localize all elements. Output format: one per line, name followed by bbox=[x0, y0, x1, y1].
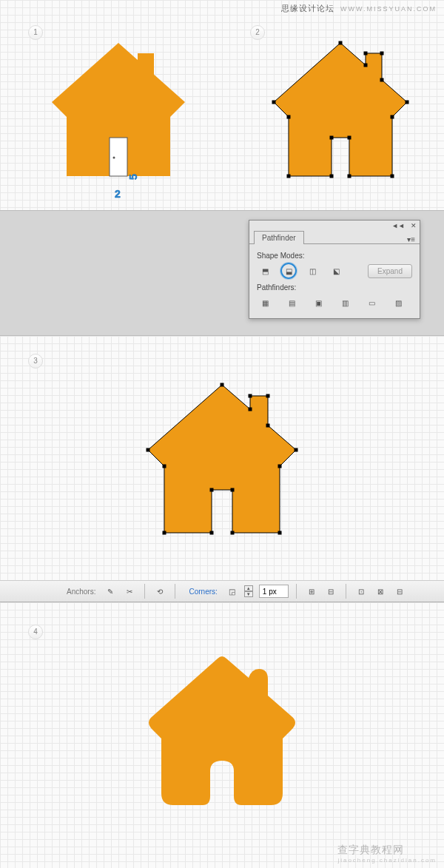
watermark-main: 思缘设计论坛 bbox=[281, 4, 334, 13]
corner-radius-input[interactable] bbox=[259, 585, 289, 598]
svg-rect-1 bbox=[110, 138, 127, 176]
watermark-top: 思缘设计论坛 WWW.MISSYUAN.COM bbox=[281, 3, 437, 14]
pf-trim-icon[interactable]: ▤ bbox=[283, 295, 300, 311]
house-shape-1 bbox=[44, 36, 192, 184]
grid-section-top: 思缘设计论坛 WWW.MISSYUAN.COM 1 2 5 2 bbox=[0, 0, 444, 210]
dim-door-height: 5 bbox=[127, 174, 139, 180]
panel-menu-icon[interactable]: ▾≡ bbox=[407, 235, 415, 243]
step-badge-2: 2 bbox=[250, 25, 265, 40]
watermark-sub: WWW.MISSYUAN.COM bbox=[340, 5, 437, 13]
cut-anchor-icon[interactable]: ✂ bbox=[122, 584, 137, 599]
pathfinders-label: Pathfinders: bbox=[257, 283, 412, 292]
pathfinder-tab[interactable]: Pathfinder bbox=[254, 231, 304, 244]
house-shape-3 bbox=[139, 376, 305, 542]
grid-section-mid: 3 bbox=[0, 336, 444, 580]
footer-wm-main: 查字典教程网 bbox=[337, 844, 404, 855]
shapemode-exclude-icon[interactable]: ⬕ bbox=[328, 263, 344, 279]
house-shape-2 bbox=[266, 36, 414, 184]
panel-close-icon[interactable]: ✕ bbox=[411, 222, 417, 229]
panel-collapse-icon[interactable]: ◄◄ bbox=[391, 222, 405, 229]
expand-button[interactable]: Expand bbox=[368, 264, 412, 278]
shapemode-unite-icon[interactable]: ⬒ bbox=[257, 263, 273, 279]
convert-anchor-icon[interactable]: ✎ bbox=[103, 584, 118, 599]
pf-merge-icon[interactable]: ▣ bbox=[310, 295, 326, 311]
panel-strip: ◄◄ ✕ Pathfinder ▾≡ Shape Modes: ⬒ ⬓ ◫ ⬕ … bbox=[0, 210, 444, 336]
step-badge-4: 4 bbox=[28, 625, 43, 639]
align-icon-2[interactable]: ⊟ bbox=[323, 584, 338, 599]
shape-modes-label: Shape Modes: bbox=[257, 252, 412, 260]
align-icon-5[interactable]: ⊟ bbox=[392, 584, 407, 599]
grid-section-bottom: 4 查字典教程网 jiaocheng.chazidian.com bbox=[0, 602, 444, 868]
corner-type-icon[interactable]: ◲ bbox=[225, 584, 240, 599]
svg-point-2 bbox=[113, 157, 115, 159]
align-icon-1[interactable]: ⊞ bbox=[304, 584, 319, 599]
pf-crop-icon[interactable]: ▥ bbox=[337, 295, 353, 311]
corner-stepper[interactable]: ▲▼ bbox=[244, 585, 253, 597]
remove-anchor-icon[interactable]: ⟲ bbox=[152, 584, 167, 599]
svg-rect-0 bbox=[138, 53, 154, 90]
control-toolbar: Anchors: ✎ ✂ ⟲ Corners: ◲ ▲▼ ⊞ ⊟ ⊡ ⊠ ⊟ bbox=[0, 580, 444, 602]
align-icon-4[interactable]: ⊠ bbox=[373, 584, 388, 599]
step-badge-1: 1 bbox=[28, 25, 43, 40]
anchors-label: Anchors: bbox=[67, 588, 95, 596]
shapemode-minusfront-icon[interactable]: ⬓ bbox=[280, 263, 297, 279]
step-badge-3: 3 bbox=[28, 354, 43, 369]
pf-divide-icon[interactable]: ▦ bbox=[257, 295, 273, 311]
pf-minusback-icon[interactable]: ▨ bbox=[390, 295, 406, 311]
house-shape-4 bbox=[139, 647, 305, 813]
pf-outline-icon[interactable]: ▭ bbox=[363, 295, 380, 311]
corners-label: Corners: bbox=[189, 588, 217, 596]
pathfinder-panel: ◄◄ ✕ Pathfinder ▾≡ Shape Modes: ⬒ ⬓ ◫ ⬕ … bbox=[249, 220, 420, 319]
shapemode-intersect-icon[interactable]: ◫ bbox=[304, 263, 320, 279]
align-icon-3[interactable]: ⊡ bbox=[354, 584, 369, 599]
footer-wm-sub: jiaocheng.chazidian.com bbox=[337, 857, 437, 864]
footer-watermark: 查字典教程网 jiaocheng.chazidian.com bbox=[337, 844, 437, 864]
dim-door-width: 2 bbox=[115, 188, 121, 200]
